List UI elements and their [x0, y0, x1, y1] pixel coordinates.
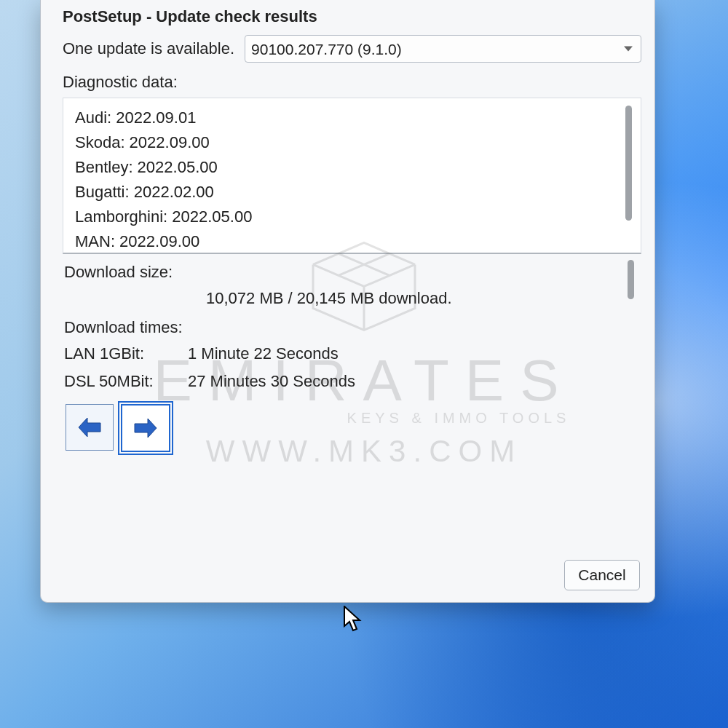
dsl-value: 27 Minutes 30 Seconds: [188, 372, 615, 391]
download-info-panel: Download size: 10,072 MB / 20,145 MB dow…: [63, 254, 641, 452]
download-times-label: Download times:: [64, 318, 615, 337]
arrow-right-icon: [133, 417, 158, 439]
list-item: Lamborghini: 2022.05.00: [75, 205, 614, 229]
desktop-background: PostSetup - Update check results One upd…: [0, 0, 728, 728]
dsl-label: DSL 50MBit:: [64, 372, 188, 391]
next-button[interactable]: [121, 404, 170, 452]
version-select-wrap: 90100.207.770 (9.1.0): [245, 35, 641, 63]
cancel-button[interactable]: Cancel: [564, 560, 640, 590]
scrollbar-thumb[interactable]: [625, 106, 632, 221]
dialog-postsetup: PostSetup - Update check results One upd…: [40, 0, 655, 603]
svg-marker-2: [344, 606, 360, 630]
list-item: MAN: 2022.09.00: [75, 229, 614, 254]
version-select[interactable]: 90100.207.770 (9.1.0): [245, 35, 641, 63]
dialog-button-row: Cancel: [564, 560, 640, 590]
scrollbar-thumb[interactable]: [628, 260, 634, 299]
svg-marker-1: [135, 419, 157, 438]
update-available-row: One update is available. 90100.207.770 (…: [63, 35, 641, 63]
lan-value: 1 Minute 22 Seconds: [188, 344, 615, 363]
lan-label: LAN 1GBit:: [64, 344, 188, 363]
mouse-cursor-icon: [344, 606, 364, 633]
update-available-label: One update is available.: [63, 39, 234, 58]
diagnostic-data-list: Audi: 2022.09.01 Skoda: 2022.09.00 Bentl…: [63, 98, 641, 254]
arrow-left-icon: [77, 416, 102, 438]
svg-marker-0: [79, 418, 100, 437]
download-size-label: Download size:: [64, 263, 615, 282]
list-item: Bugatti: 2022.02.00: [75, 180, 614, 205]
list-item: Skoda: 2022.09.00: [75, 130, 614, 155]
list-item: Audi: 2022.09.01: [75, 106, 614, 130]
download-times-grid: LAN 1GBit: 1 Minute 22 Seconds DSL 50MBi…: [64, 344, 615, 391]
wizard-nav-row: [64, 404, 615, 452]
dialog-title: PostSetup - Update check results: [63, 7, 641, 26]
list-item: Bentley: 2022.05.00: [75, 155, 614, 180]
back-button[interactable]: [66, 404, 114, 451]
download-size-value: 10,072 MB / 20,145 MB download.: [64, 289, 615, 308]
diagnostic-data-label: Diagnostic data:: [63, 73, 641, 92]
